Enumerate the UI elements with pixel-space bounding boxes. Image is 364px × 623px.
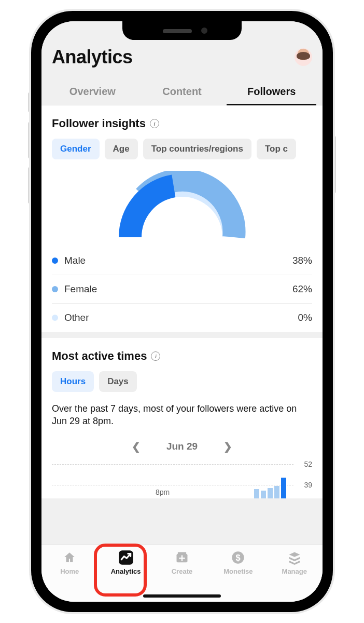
- chip-age[interactable]: Age: [105, 139, 138, 159]
- panel-divider: [41, 332, 323, 338]
- panel-active-times: Most active times i Hours Days Over the …: [41, 338, 323, 498]
- tab-manage[interactable]: Manage: [272, 550, 317, 575]
- top-tabs: Overview Content Followers: [41, 71, 323, 105]
- bar-peak: [281, 478, 286, 498]
- bar: [254, 489, 259, 498]
- phone-frame: Analytics Overview Content Followers Fol…: [31, 11, 333, 612]
- tab-label: Monetise: [223, 567, 253, 575]
- home-indicator[interactable]: [143, 594, 221, 598]
- page-title: Analytics: [52, 46, 133, 68]
- info-icon[interactable]: i: [151, 351, 160, 361]
- chip-cities[interactable]: Top c: [257, 139, 296, 159]
- legend-row-male: Male 38%: [52, 247, 312, 275]
- tab-label: Manage: [282, 567, 307, 575]
- date-selector: ❮ Jun 29 ❯: [41, 435, 323, 462]
- tab-label: Create: [172, 567, 192, 575]
- y-label-mid: 39: [304, 481, 312, 489]
- tab-overview[interactable]: Overview: [48, 80, 137, 105]
- home-icon: [62, 550, 77, 565]
- y-label-top: 52: [304, 460, 312, 468]
- tab-followers[interactable]: Followers: [227, 80, 316, 105]
- info-icon[interactable]: i: [150, 119, 159, 128]
- gridline: [52, 464, 293, 465]
- create-icon: [174, 550, 190, 565]
- bar: [274, 486, 279, 498]
- bottom-tab-bar: Home Analytics Create $: [41, 544, 323, 602]
- chevron-right-icon[interactable]: ❯: [218, 438, 237, 455]
- screen: Analytics Overview Content Followers Fol…: [41, 21, 323, 602]
- chip-countries[interactable]: Top countries/regions: [143, 139, 251, 159]
- x-label: 8pm: [156, 488, 170, 496]
- legend-value: 0%: [298, 312, 312, 323]
- dot-icon: [52, 286, 58, 292]
- legend-row-female: Female 62%: [52, 275, 312, 304]
- active-chips: Hours Days: [41, 369, 323, 399]
- tab-monetise[interactable]: $ Monetise: [216, 550, 260, 575]
- chevron-left-icon[interactable]: ❮: [127, 438, 146, 455]
- selected-date: Jun 29: [166, 441, 198, 452]
- notch: [122, 21, 242, 40]
- highlight-ring: [94, 544, 147, 597]
- chip-gender[interactable]: Gender: [52, 139, 100, 159]
- manage-icon: [287, 550, 302, 565]
- tab-content[interactable]: Content: [137, 80, 227, 105]
- active-description: Over the past 7 days, most of your follo…: [41, 399, 323, 435]
- dot-icon: [52, 258, 58, 264]
- tab-home[interactable]: Home: [47, 550, 92, 575]
- chip-hours[interactable]: Hours: [52, 371, 94, 392]
- svg-text:$: $: [236, 553, 241, 562]
- bar: [261, 491, 266, 498]
- insights-chips: Gender Age Top countries/regions Top c: [41, 137, 323, 167]
- legend-value: 62%: [292, 283, 312, 295]
- dot-icon: [52, 315, 58, 321]
- svg-rect-2: [178, 552, 186, 555]
- legend-label: Female: [64, 283, 97, 295]
- panel-follower-insights: Follower insights i Gender Age Top count…: [41, 105, 323, 332]
- legend-value: 38%: [292, 255, 312, 266]
- power-button: [333, 136, 336, 193]
- active-chart: 52 39 8pm: [52, 462, 312, 498]
- chip-days[interactable]: Days: [99, 371, 137, 392]
- gender-gauge: [41, 167, 323, 247]
- chart-bars: [254, 478, 286, 498]
- avatar[interactable]: [295, 48, 312, 66]
- monetise-icon: $: [230, 550, 246, 565]
- legend-row-other: Other 0%: [52, 304, 312, 332]
- bar: [268, 488, 273, 498]
- insights-title: Follower insights: [52, 117, 146, 130]
- legend-label: Male: [64, 255, 86, 266]
- gender-legend: Male 38% Female 62% Ot: [41, 247, 323, 332]
- tab-label: Home: [60, 567, 79, 575]
- tab-create[interactable]: Create: [160, 550, 204, 575]
- active-title: Most active times: [52, 349, 147, 363]
- legend-label: Other: [64, 312, 89, 323]
